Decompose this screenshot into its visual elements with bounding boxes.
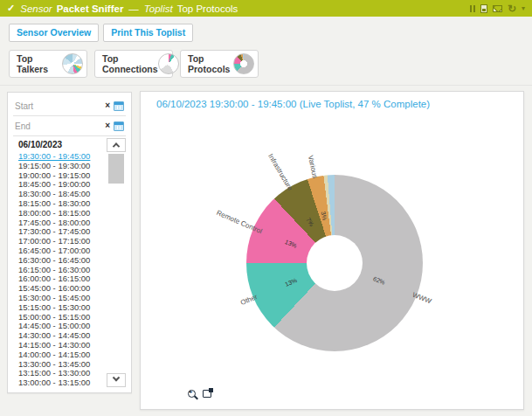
toplist-card-top-connections[interactable]: Top Connections xyxy=(94,50,173,78)
card-label: Top Talkers xyxy=(17,53,62,74)
scrollbar xyxy=(107,138,126,387)
zoom-icon[interactable] xyxy=(188,390,196,398)
email-icon[interactable] xyxy=(493,5,502,12)
end-date-row: × xyxy=(13,116,126,136)
time-range-item[interactable]: 18:00:00 - 18:15:00 xyxy=(18,209,107,218)
sensor-name: Packet Sniffer xyxy=(57,3,124,14)
header-action-icons: ↻ ▾ xyxy=(470,4,525,13)
pie-connections-icon xyxy=(158,53,179,74)
slice-name-label: Infrastructure xyxy=(267,152,295,191)
refresh-icon[interactable]: ↻ xyxy=(508,4,516,13)
pause-icon[interactable] xyxy=(470,5,475,12)
time-range-list: 06/10/2023 19:30:00 - 19:45:0019:15:00 -… xyxy=(13,138,107,387)
scroll-up-button[interactable] xyxy=(107,138,126,152)
start-date-row: × xyxy=(13,96,126,116)
time-range-item[interactable]: 13:00:00 - 13:15:00 xyxy=(18,378,107,387)
time-range-item[interactable]: 19:15:00 - 19:30:00 xyxy=(18,162,107,171)
breadcrumb-separator: — xyxy=(128,3,139,14)
toplist-label: Toplist xyxy=(144,3,173,14)
page-title: Top Protocols xyxy=(177,3,238,14)
slice-name-label: Other xyxy=(239,293,259,307)
end-date-input[interactable] xyxy=(15,121,101,131)
report-icon[interactable] xyxy=(480,4,487,13)
chart-footer-icons xyxy=(188,390,211,398)
chart-area: 62%WWW13%Other13%Remote Control7%Infrast… xyxy=(141,92,523,409)
open-external-icon[interactable] xyxy=(203,390,211,398)
toolbar: Sensor OverviewPrint This Toplist xyxy=(9,24,193,42)
pie-talkers-icon xyxy=(62,53,83,74)
calendar-icon[interactable] xyxy=(114,101,124,111)
toplist-chart-panel: 06/10/2023 19:30:00 - 19:45:00 (Live Top… xyxy=(140,91,524,410)
start-date-input[interactable] xyxy=(15,101,101,111)
toplist-card-top-protocols[interactable]: Top Protocols xyxy=(180,50,259,78)
time-range-item[interactable]: 14:00:00 - 14:15:00 xyxy=(18,350,107,360)
print-toplist-button[interactable]: Print This Toplist xyxy=(103,24,193,42)
scrollbar-thumb[interactable] xyxy=(108,154,124,184)
donut-hole xyxy=(307,235,363,291)
sensor-header-bar: ✓ Sensor Packet Sniffer — Toplist Top Pr… xyxy=(0,0,532,17)
clear-end-icon[interactable]: × xyxy=(105,121,110,130)
toplist-cards: Top TalkersTop ConnectionsTop Protocols xyxy=(9,50,259,78)
calendar-icon[interactable] xyxy=(114,121,124,131)
section-divider xyxy=(0,85,532,86)
time-range-item[interactable]: 15:15:00 - 15:30:00 xyxy=(18,303,107,313)
time-range-sidebar: × × 06/10/2023 19:30:00 - 19:45:0019:15:… xyxy=(7,92,132,393)
status-ok-icon: ✓ xyxy=(7,3,15,14)
slice-name-label: WWW xyxy=(411,290,432,305)
time-range-list-wrap: 06/10/2023 19:30:00 - 19:45:0019:15:00 -… xyxy=(13,138,126,387)
card-label: Top Connections xyxy=(102,53,158,74)
toplist-card-top-talkers[interactable]: Top Talkers xyxy=(9,50,87,78)
scroll-down-button[interactable] xyxy=(107,373,126,387)
slice-name-label: Various xyxy=(307,155,320,179)
clear-start-icon[interactable]: × xyxy=(105,101,110,110)
sensor-label: Sensor xyxy=(20,3,52,14)
date-header: 06/10/2023 xyxy=(18,140,107,152)
time-range-item[interactable]: 16:30:00 - 16:45:00 xyxy=(18,256,107,266)
sensor-overview-button[interactable]: Sensor Overview xyxy=(9,24,99,42)
chevron-down-icon[interactable]: ▾ xyxy=(522,4,525,12)
pie-protocols-icon xyxy=(233,53,254,74)
card-label: Top Protocols xyxy=(188,53,233,74)
